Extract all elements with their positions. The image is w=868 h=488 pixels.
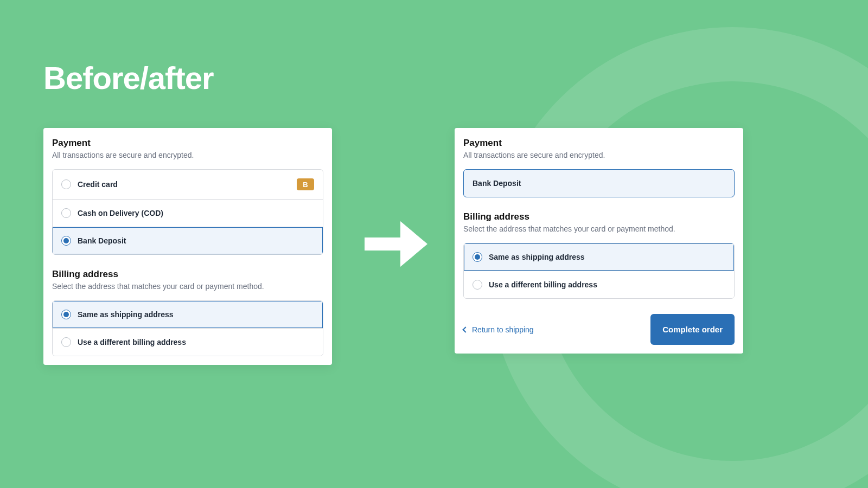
option-label: Use a different billing address	[78, 338, 186, 346]
payment-option-credit-card[interactable]: Credit card B	[53, 170, 323, 199]
billing-subtext: Select the address that matches your car…	[463, 224, 735, 233]
return-to-shipping-link[interactable]: Return to shipping	[463, 325, 534, 334]
billing-subtext: Select the address that matches your car…	[52, 282, 323, 291]
option-label: Same as shipping address	[78, 310, 174, 319]
option-label: Same as shipping address	[489, 253, 585, 261]
chevron-left-icon	[462, 326, 468, 332]
billing-address-group: Same as shipping address Use a different…	[52, 300, 323, 356]
payment-option-cod[interactable]: Cash on Delivery (COD)	[53, 199, 323, 227]
payment-method-selected[interactable]: Bank Deposit	[463, 169, 735, 197]
payment-option-bank-deposit[interactable]: Bank Deposit	[53, 227, 323, 254]
billing-address-group: Same as shipping address Use a different…	[463, 243, 735, 299]
complete-order-button[interactable]: Complete order	[650, 314, 735, 345]
page-title: Before/after	[43, 60, 214, 96]
option-label: Bank Deposit	[473, 179, 521, 188]
footer-row: Return to shipping Complete order	[463, 314, 735, 345]
billing-option-same[interactable]: Same as shipping address	[53, 301, 323, 328]
after-card: Payment All transactions are secure and …	[455, 128, 743, 354]
billing-heading: Billing address	[463, 211, 735, 222]
option-label: Use a different billing address	[489, 280, 597, 289]
payment-subtext: All transactions are secure and encrypte…	[52, 151, 323, 159]
return-link-label: Return to shipping	[472, 325, 534, 334]
radio-icon	[473, 252, 482, 262]
billing-heading: Billing address	[52, 269, 323, 280]
payment-method-group: Credit card B Cash on Delivery (COD) Ban…	[52, 169, 323, 255]
option-label: Bank Deposit	[78, 236, 126, 245]
radio-icon	[473, 280, 482, 290]
billing-option-same[interactable]: Same as shipping address	[464, 243, 734, 271]
payment-heading: Payment	[52, 138, 323, 149]
payment-subtext: All transactions are secure and encrypte…	[463, 151, 735, 159]
before-card: Payment All transactions are secure and …	[43, 128, 332, 365]
radio-icon	[61, 179, 71, 189]
radio-icon	[61, 236, 71, 246]
billing-option-different[interactable]: Use a different billing address	[464, 271, 734, 298]
option-label: Credit card	[78, 180, 118, 189]
radio-icon	[61, 208, 71, 218]
card-brand-badge-icon: B	[297, 178, 314, 190]
radio-icon	[61, 310, 71, 319]
radio-icon	[61, 337, 71, 347]
arrow-right-icon	[353, 201, 439, 287]
option-label: Cash on Delivery (COD)	[78, 209, 163, 217]
billing-option-different[interactable]: Use a different billing address	[53, 328, 323, 356]
payment-heading: Payment	[463, 138, 735, 149]
